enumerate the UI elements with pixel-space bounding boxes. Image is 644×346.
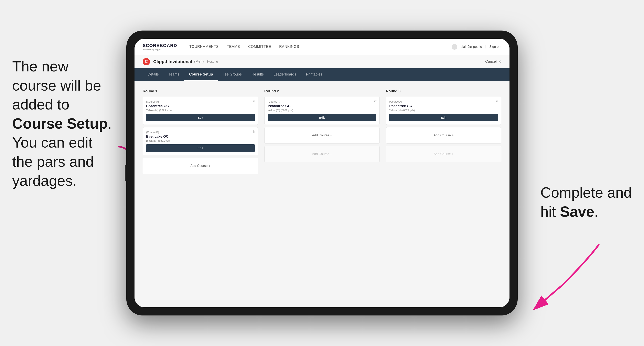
brand-title: SCOREBOARD (143, 43, 177, 48)
screen: SCOREBOARD Powered by clippd TOURNAMENTS… (134, 39, 510, 307)
round3-add-course-disabled: Add Course + (386, 146, 501, 162)
round-3-title: Round 3 (386, 89, 501, 93)
nav-committee[interactable]: COMMITTEE (248, 45, 271, 49)
round2-course-a-edit-button[interactable]: Edit (268, 114, 376, 121)
round2-add-course-disabled: Add Course + (264, 146, 380, 162)
main-content: Round 1 🗑 (Course A) Peachtree GC Yellow… (134, 81, 510, 307)
round2-course-a-label: (Course A) (268, 100, 376, 103)
round3-card-icon[interactable]: 🗑 (496, 99, 499, 103)
round2-add-course-disabled-label: Add Course + (312, 152, 332, 156)
round3-add-course-label: Add Course + (434, 134, 454, 137)
round3-course-a-card: 🗑 (Course A) Peachtree GC Yellow (M) (66… (386, 97, 501, 125)
card-delete-icon-b[interactable]: 🗑 (252, 130, 256, 134)
round2-card-icon[interactable]: 🗑 (374, 99, 377, 103)
round1-add-course-label: Add Course + (190, 164, 210, 168)
tab-results[interactable]: Results (246, 68, 268, 81)
round1-course-a-name: Peachtree GC (146, 104, 255, 108)
round2-add-course-label: Add Course + (312, 134, 332, 137)
nav-brand: SCOREBOARD Powered by clippd (143, 43, 177, 51)
tournament-type: (Men) (194, 59, 204, 64)
tournament-bar: C Clippd Invitational (Men) Hosting Canc… (134, 55, 510, 68)
nav-tournaments[interactable]: TOURNAMENTS (189, 45, 219, 49)
navbar: SCOREBOARD Powered by clippd TOURNAMENTS… (134, 39, 510, 55)
round3-add-course-disabled-label: Add Course + (434, 152, 454, 156)
round1-course-b-label: (Course B) (146, 131, 255, 134)
round-2-column: Round 2 🗑 (Course A) Peachtree GC Yellow… (264, 89, 380, 176)
brand-subtitle: Powered by clippd (143, 48, 177, 51)
round1-course-b-details: Black (M) (6891 yds) (146, 139, 255, 142)
nav-rankings[interactable]: RANKINGS (279, 45, 299, 49)
tab-teams[interactable]: Teams (164, 68, 184, 81)
round1-add-course-button[interactable]: Add Course + (143, 158, 258, 174)
user-avatar (452, 44, 457, 50)
card-delete-icon[interactable]: 🗑 (252, 99, 256, 103)
round1-course-a-details: Yellow (M) (6629 yds) (146, 109, 255, 112)
round1-course-a-edit-button[interactable]: Edit (146, 114, 255, 121)
round1-course-a-label: (Course A) (146, 100, 255, 103)
tab-printables[interactable]: Printables (301, 68, 327, 81)
round1-course-b-card: 🗑 (Course B) East Lake GC Black (M) (689… (143, 127, 258, 155)
round2-course-a-card: 🗑 (Course A) Peachtree GC Yellow (M) (66… (264, 97, 380, 125)
right-annotation: Complete and hit Save. (540, 183, 632, 221)
user-email: blair@clippd.io (460, 45, 482, 49)
round2-add-course-button[interactable]: Add Course + (264, 127, 380, 144)
round3-course-a-edit-button[interactable]: Edit (389, 114, 498, 121)
left-annotation: The new course will be added to Course S… (12, 57, 112, 190)
round-2-title: Round 2 (264, 89, 380, 93)
tab-leaderboards[interactable]: Leaderboards (268, 68, 301, 81)
rounds-grid: Round 1 🗑 (Course A) Peachtree GC Yellow… (143, 89, 501, 176)
tabs-bar: Details Teams Course Setup Tee Groups Re… (134, 68, 510, 81)
round-3-column: Round 3 🗑 (Course A) Peachtree GC Yellow… (386, 89, 501, 176)
nav-separator: | (485, 45, 486, 49)
nav-links: TOURNAMENTS TEAMS COMMITTEE RANKINGS (189, 45, 452, 49)
tab-course-setup[interactable]: Course Setup (184, 68, 218, 81)
tournament-name: Clippd Invitational (153, 59, 192, 64)
tournament-logo: C (143, 58, 150, 65)
round1-course-b-name: East Lake GC (146, 135, 255, 139)
cancel-button[interactable]: Cancel ✕ (485, 59, 501, 64)
round2-course-a-details: Yellow (M) (6629 yds) (268, 109, 376, 112)
round2-course-a-name: Peachtree GC (268, 104, 376, 108)
nav-right: blair@clippd.io | Sign out (452, 44, 501, 50)
tab-details[interactable]: Details (143, 68, 164, 81)
tab-tee-groups[interactable]: Tee Groups (218, 68, 246, 81)
round3-course-a-label: (Course A) (389, 100, 498, 103)
tablet-device: SCOREBOARD Powered by clippd TOURNAMENTS… (126, 30, 518, 316)
round3-add-course-button[interactable]: Add Course + (386, 127, 501, 144)
round-1-column: Round 1 🗑 (Course A) Peachtree GC Yellow… (143, 89, 258, 176)
round-1-title: Round 1 (143, 89, 258, 93)
round1-course-a-card: 🗑 (Course A) Peachtree GC Yellow (M) (66… (143, 97, 258, 125)
round3-course-a-details: Yellow (M) (6629 yds) (389, 109, 498, 112)
right-arrow (510, 240, 603, 314)
sign-out-link[interactable]: Sign out (489, 45, 501, 49)
round1-course-b-edit-button[interactable]: Edit (146, 144, 255, 152)
round3-course-a-name: Peachtree GC (389, 104, 498, 108)
tournament-status: Hosting (207, 60, 218, 63)
nav-teams[interactable]: TEAMS (227, 45, 240, 49)
tablet-side-button (125, 165, 126, 181)
